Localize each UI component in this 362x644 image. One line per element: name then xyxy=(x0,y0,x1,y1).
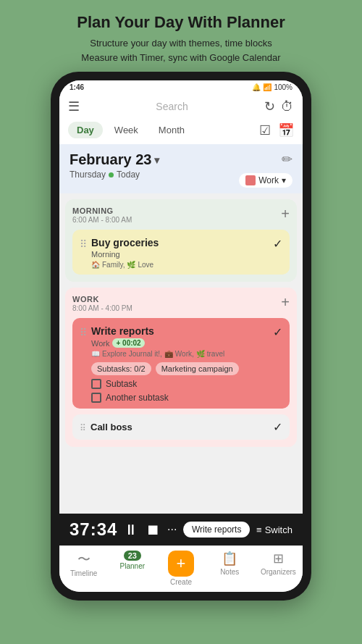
header-subtitle: Structure your day with themes, time blo… xyxy=(77,36,285,64)
refresh-icon[interactable]: ↻ xyxy=(264,99,275,114)
phone-screen: 1:46 🔔 📶 100% ☰ Search ↻ ⏱ Day Week Mont… xyxy=(59,80,303,592)
work-color-icon xyxy=(245,175,256,185)
work-badge[interactable]: Work ▾ xyxy=(239,173,292,188)
date-chevron-icon: ▾ xyxy=(154,154,159,166)
tag-icon-2: 🌿 xyxy=(127,261,135,269)
search-bar[interactable]: Search xyxy=(85,101,258,112)
organizers-icon: ⊞ xyxy=(273,551,284,566)
work-section: WORK 8:00 AM - 4:00 PM + ⠿ Write reports… xyxy=(65,288,297,447)
buy-groceries-tags: 🏠 Family, 🌿 Love xyxy=(91,261,269,269)
work-section-title: WORK xyxy=(72,295,132,304)
subtask-badges: Subtasks: 0/2 Marketing campaign xyxy=(91,362,269,375)
timer-display: 37:34 xyxy=(70,519,117,540)
timer-task-label[interactable]: Write reports xyxy=(183,522,250,538)
tab-day[interactable]: Day xyxy=(68,122,103,138)
timeline-icon: 〜 xyxy=(77,551,90,568)
create-button[interactable]: + xyxy=(168,551,194,577)
tag-work-icon: 💼 xyxy=(164,350,173,358)
bottom-nav: 〜 Timeline 23 Planner + Create 📋 Notes ⊞… xyxy=(59,545,303,592)
status-icons: 🔔 📶 100% xyxy=(252,83,292,91)
work-add-btn[interactable]: + xyxy=(281,295,290,309)
buy-groceries-check-icon[interactable]: ✓ xyxy=(273,237,282,251)
nav-item-planner[interactable]: 23 Planner xyxy=(108,551,156,586)
battery-level: 100% xyxy=(274,83,292,91)
morning-add-btn[interactable]: + xyxy=(281,206,290,221)
header-title: Plan Your Day With Planner xyxy=(77,13,285,32)
today-dot xyxy=(109,172,114,177)
buy-groceries-title: Buy groceries xyxy=(91,237,269,248)
task-row: ⠿ Buy groceries Morning 🏠 Family, 🌿 Love xyxy=(80,237,282,269)
task-body: Buy groceries Morning 🏠 Family, 🌿 Love xyxy=(91,237,269,269)
tab-month[interactable]: Month xyxy=(150,122,193,138)
timer-badge: + 00:02 xyxy=(112,338,144,348)
write-reports-card: ⠿ Write reports Work + 00:02 📖 Explore J… xyxy=(72,318,290,409)
planner-label: Planner xyxy=(120,562,145,570)
write-reports-body: Write reports Work + 00:02 📖 Explore Jou… xyxy=(91,325,269,403)
notes-label: Notes xyxy=(220,568,239,576)
subtask-1-checkbox[interactable] xyxy=(91,379,101,389)
checklist-icon[interactable]: ☑ xyxy=(259,122,271,138)
hamburger-icon[interactable]: ☰ xyxy=(68,99,80,114)
call-boss-check-icon[interactable]: ✓ xyxy=(273,420,282,434)
morning-section-header: MORNING 6:00 AM - 8:00 AM + xyxy=(72,206,290,224)
edit-icon[interactable]: ✏ xyxy=(282,151,292,167)
morning-time: 6:00 AM - 8:00 AM xyxy=(72,216,132,224)
timer-icon[interactable]: ⏱ xyxy=(281,99,294,114)
date-info: February 23 ▾ Thursday Today xyxy=(70,151,159,180)
nav-item-create[interactable]: + Create xyxy=(156,551,205,586)
marketing-campaign-badge: Marketing campaign xyxy=(156,362,239,375)
subtasks-count-badge: Subtasks: 0/2 xyxy=(91,362,151,375)
drag-handle-icon[interactable]: ⠿ xyxy=(80,238,87,250)
switch-label: Switch xyxy=(265,524,292,535)
status-time: 1:46 xyxy=(70,83,84,91)
tag-travel-icon: 🌿 xyxy=(196,350,205,358)
subtask-2-checkbox[interactable] xyxy=(91,393,101,403)
work-section-time: 8:00 AM - 4:00 PM xyxy=(72,304,132,312)
date-title[interactable]: February 23 ▾ xyxy=(70,151,159,168)
write-reports-tags: 📖 Explore Journal it!, 💼 Work, 🌿 travel xyxy=(91,350,269,358)
timer-controls: ⏸ ⏹ ··· xyxy=(124,522,177,538)
top-nav: ☰ Search ↻ ⏱ xyxy=(59,94,303,119)
subtask-item-1: Subtask xyxy=(91,379,269,389)
date-sub: Thursday Today xyxy=(70,170,159,180)
date-header: February 23 ▾ Thursday Today ✏ Work ▾ xyxy=(59,144,303,193)
tab-week[interactable]: Week xyxy=(106,122,147,138)
stop-icon[interactable]: ⏹ xyxy=(146,522,160,538)
scroll-content[interactable]: MORNING 6:00 AM - 8:00 AM + ⠿ Buy grocer… xyxy=(59,193,303,514)
write-reports-meta: Work + 00:02 xyxy=(91,338,269,348)
call-boss-preview[interactable]: ⠿ Call boss ✓ xyxy=(72,414,290,440)
tag-icon-1: 🏠 xyxy=(91,261,100,269)
phone-wrapper: 1:46 🔔 📶 100% ☰ Search ↻ ⏱ Day Week Mont… xyxy=(51,72,311,601)
subtask-item-2: Another subtask xyxy=(91,393,269,403)
view-tabs: Day Week Month ☑ 📅 xyxy=(59,119,303,144)
organizers-label: Organizers xyxy=(261,568,296,576)
pause-icon[interactable]: ⏸ xyxy=(124,522,138,538)
switch-list-icon: ≡ xyxy=(256,524,262,535)
calendar-sync-icon[interactable]: 📅 xyxy=(278,122,294,138)
morning-section: MORNING 6:00 AM - 8:00 AM + ⠿ Buy grocer… xyxy=(65,199,297,282)
nav-item-organizers[interactable]: ⊞ Organizers xyxy=(254,551,303,586)
nav-item-timeline[interactable]: 〜 Timeline xyxy=(59,551,108,586)
work-section-header: WORK 8:00 AM - 4:00 PM + xyxy=(72,295,290,312)
call-boss-title: Call boss xyxy=(90,422,269,432)
switch-btn[interactable]: ≡ Switch xyxy=(256,524,292,535)
nav-item-notes[interactable]: 📋 Notes xyxy=(206,551,254,586)
timeline-label: Timeline xyxy=(70,569,97,577)
status-bar: 1:46 🔔 📶 100% xyxy=(59,80,303,94)
planner-badge: 23 xyxy=(124,551,141,561)
morning-title: MORNING xyxy=(72,206,132,215)
header-text: Plan Your Day With Planner Structure you… xyxy=(62,0,300,72)
more-dots-icon[interactable]: ··· xyxy=(167,523,177,536)
buy-groceries-card: ⠿ Buy groceries Morning 🏠 Family, 🌿 Love xyxy=(72,230,290,275)
write-reports-check-icon[interactable]: ✓ xyxy=(273,325,282,339)
timer-bar: 37:34 ⏸ ⏹ ··· Write reports ≡ Switch xyxy=(59,514,303,545)
work-chevron-icon: ▾ xyxy=(282,175,286,185)
notes-icon: 📋 xyxy=(222,551,237,566)
create-label: Create xyxy=(170,578,192,586)
write-reports-row: ⠿ Write reports Work + 00:02 📖 Explore J… xyxy=(80,325,282,403)
write-reports-drag-icon[interactable]: ⠿ xyxy=(80,327,87,338)
call-boss-drag-icon[interactable]: ⠿ xyxy=(80,423,86,433)
buy-groceries-meta: Morning xyxy=(91,250,269,259)
tag-book-icon: 📖 xyxy=(91,350,100,358)
write-reports-title: Write reports xyxy=(91,325,269,337)
